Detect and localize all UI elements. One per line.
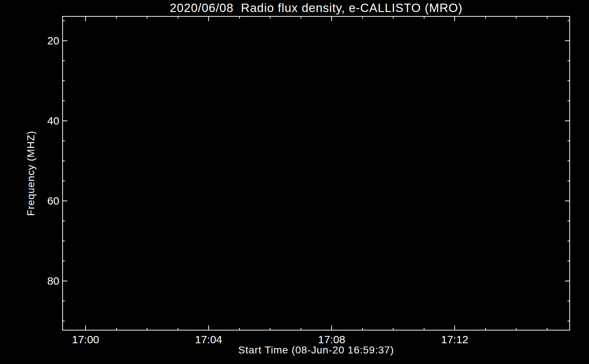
x-tick xyxy=(331,325,332,331)
y-tick xyxy=(568,301,570,301)
y-tick xyxy=(568,161,570,161)
y-tick xyxy=(62,120,67,121)
x-tick-label: 17:12 xyxy=(441,333,468,346)
x-tick xyxy=(424,16,424,19)
y-tick xyxy=(62,201,67,201)
y-tick xyxy=(568,241,570,241)
y-tick xyxy=(62,301,65,301)
x-tick xyxy=(547,328,548,331)
y-tick xyxy=(62,221,65,221)
x-tick xyxy=(178,16,178,19)
x-tick xyxy=(116,328,117,331)
x-tick xyxy=(485,328,486,331)
y-tick xyxy=(62,161,65,161)
x-tick xyxy=(547,16,548,19)
y-tick xyxy=(62,241,65,241)
x-tick xyxy=(208,325,209,331)
x-tick xyxy=(208,16,209,21)
x-tick xyxy=(485,16,486,19)
y-tick xyxy=(565,40,570,41)
y-tick xyxy=(62,40,67,41)
y-tick xyxy=(568,261,570,261)
x-tick xyxy=(270,16,270,19)
y-tick-label: 20 xyxy=(32,35,59,47)
x-tick xyxy=(301,16,301,19)
y-tick xyxy=(568,321,570,321)
y-tick xyxy=(62,141,65,141)
x-tick xyxy=(147,16,147,19)
x-tick xyxy=(85,325,86,331)
x-tick xyxy=(239,16,240,19)
x-tick xyxy=(516,16,517,19)
y-tick xyxy=(565,120,570,121)
y-tick xyxy=(62,60,65,61)
x-tick xyxy=(331,16,332,21)
y-tick xyxy=(568,60,570,61)
y-tick xyxy=(565,281,570,281)
chart-title: 2020/06/08 Radio flux density, e-CALLIST… xyxy=(62,1,570,15)
x-tick-label: 17:00 xyxy=(72,333,99,346)
y-tick xyxy=(568,181,570,181)
x-tick xyxy=(424,328,424,331)
x-tick xyxy=(85,16,86,21)
x-tick xyxy=(362,328,363,331)
x-tick xyxy=(393,16,394,19)
y-tick xyxy=(568,100,570,101)
y-tick xyxy=(62,20,65,21)
x-tick xyxy=(454,325,455,331)
x-tick xyxy=(454,16,455,21)
x-axis-title: Start Time (08-Jun-20 16:59:37) xyxy=(62,344,570,356)
x-tick xyxy=(270,328,270,331)
x-tick xyxy=(116,16,117,19)
y-tick xyxy=(62,261,65,261)
y-tick xyxy=(62,80,65,81)
y-tick xyxy=(568,221,570,221)
y-tick xyxy=(62,281,67,281)
x-tick xyxy=(147,328,147,331)
y-tick xyxy=(62,100,65,101)
callisto-spectrogram-figure: 2020/06/08 Radio flux density, e-CALLIST… xyxy=(0,0,589,364)
x-tick xyxy=(362,16,363,19)
x-tick xyxy=(301,328,301,331)
y-tick xyxy=(568,80,570,81)
y-tick xyxy=(62,181,65,181)
x-tick-label: 17:04 xyxy=(195,333,222,346)
x-tick-label: 17:08 xyxy=(318,333,345,346)
y-tick-label: 80 xyxy=(32,275,59,287)
y-tick xyxy=(568,141,570,141)
x-tick xyxy=(393,328,394,331)
y-axis-title: Frequency (MHZ) xyxy=(25,131,37,216)
y-tick xyxy=(568,20,570,21)
y-tick xyxy=(62,321,65,321)
x-tick xyxy=(516,328,517,331)
y-tick-label: 40 xyxy=(32,115,59,127)
x-tick xyxy=(239,328,240,331)
plot-frame xyxy=(62,16,570,331)
x-tick xyxy=(178,328,178,331)
y-tick xyxy=(565,201,570,201)
